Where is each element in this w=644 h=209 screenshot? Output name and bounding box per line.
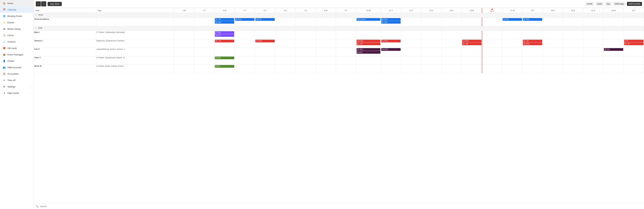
day-cell[interactable]	[583, 65, 604, 73]
event-chip[interactable]: 10∷Einz	[356, 48, 380, 51]
event-chip[interactable]: 2p Timc	[235, 18, 254, 21]
day-cell[interactable]	[174, 18, 194, 26]
day-cell[interactable]	[255, 65, 275, 73]
sidebar-item-staff-accounts[interactable]: 👥 Staff Accounts	[0, 64, 34, 70]
day-cell[interactable]	[401, 56, 421, 65]
event-chip[interactable]: 12p Mi	[215, 56, 234, 59]
day-cell[interactable]	[482, 56, 502, 65]
day-cell[interactable]	[295, 39, 316, 48]
day-cell[interactable]	[624, 65, 644, 73]
day-cell[interactable]: 9a - Sa	[214, 39, 235, 48]
event-chip[interactable]: 11:Time	[523, 42, 542, 45]
day-cell[interactable]	[604, 39, 624, 48]
event-chip[interactable]: 2p Timc	[381, 18, 401, 21]
day-cell[interactable]	[174, 31, 194, 39]
event-chip[interactable]: 12a camp 2	[356, 18, 380, 21]
day-cell[interactable]	[295, 65, 316, 73]
day-cell[interactable]	[604, 56, 624, 65]
day-cell[interactable]	[624, 31, 644, 39]
event-chip[interactable]: 9:30 S	[215, 65, 234, 68]
day-cell[interactable]	[194, 31, 214, 39]
day-cell[interactable]	[502, 39, 522, 48]
day-cell[interactable]	[401, 65, 421, 73]
day-cell[interactable]	[316, 31, 336, 39]
day-cell[interactable]: 10∷Einz2p Einz	[356, 48, 381, 56]
event-chip[interactable]: 11:Time	[255, 40, 275, 42]
event-chip[interactable]: 2p Einz	[356, 51, 380, 54]
event-chip[interactable]: 1p - Wi	[356, 42, 380, 45]
day-cell[interactable]	[174, 56, 194, 65]
sidebar-item-event-packages[interactable]: 📦 Event Packages	[0, 51, 34, 58]
sidebar-item-help-center[interactable]: ℹ Help Center ›	[0, 90, 34, 96]
day-cell[interactable]	[482, 65, 502, 73]
day-cell[interactable]	[442, 18, 462, 26]
day-cell[interactable]	[194, 18, 214, 26]
day-cell[interactable]	[583, 56, 604, 65]
day-cell[interactable]	[502, 48, 522, 56]
day-cell[interactable]: 11:Time1p - Wi	[356, 39, 381, 48]
day-cell[interactable]: 2p Timc	[235, 18, 255, 26]
event-chip[interactable]: 11:Ti	[624, 40, 644, 42]
day-cell[interactable]	[462, 56, 482, 65]
sidebar-item-forms[interactable]: 📋 Forms	[0, 32, 34, 38]
day-cell[interactable]: 2p 2-ei	[604, 48, 624, 56]
day-cell[interactable]	[194, 65, 214, 73]
day-cell[interactable]	[356, 65, 381, 73]
day-cell[interactable]	[583, 48, 604, 56]
sidebar-item-settings[interactable]: ⚙ Settings ›	[0, 84, 34, 90]
day-cell[interactable]	[336, 39, 356, 48]
day-cell[interactable]	[421, 18, 442, 26]
event-chip[interactable]: 11:3 Ti	[215, 34, 234, 37]
day-cell[interactable]	[604, 65, 624, 73]
sidebar-item-clients[interactable]: 👤 Clients	[0, 58, 34, 64]
day-cell[interactable]	[275, 65, 296, 73]
day-cell[interactable]	[482, 48, 502, 56]
day-cell[interactable]	[295, 48, 316, 56]
event-chip[interactable]: 2p 2-ei	[604, 48, 623, 51]
day-cell[interactable]	[502, 56, 522, 65]
day-cell[interactable]: 12p Mi	[214, 56, 235, 65]
day-cell[interactable]	[235, 48, 255, 56]
day-cell[interactable]	[235, 31, 255, 39]
view-btn-week[interactable]: week	[596, 2, 604, 6]
day-cell[interactable]	[442, 48, 462, 56]
day-cell[interactable]	[563, 65, 583, 73]
day-cell[interactable]	[624, 18, 644, 26]
day-cell[interactable]	[563, 39, 583, 48]
day-cell[interactable]	[442, 65, 462, 73]
sidebar-item-media-library[interactable]: 🏛 Media Library	[0, 26, 34, 32]
day-cell[interactable]	[295, 31, 316, 39]
day-cell[interactable]	[421, 39, 442, 48]
day-cell[interactable]	[543, 39, 563, 48]
event-chip[interactable]: 2p Timc	[381, 21, 401, 24]
day-cell[interactable]	[295, 18, 316, 26]
day-cell[interactable]	[482, 18, 502, 26]
day-cell[interactable]	[543, 56, 563, 65]
day-cell[interactable]	[502, 31, 522, 39]
day-cell[interactable]	[462, 18, 482, 26]
day-cell[interactable]	[194, 48, 214, 56]
event-chip[interactable]: 12p Tin	[255, 18, 275, 21]
day-cell[interactable]: 12a camp 2	[356, 18, 381, 26]
day-cell[interactable]	[442, 31, 462, 39]
sidebar-item-home[interactable]: 🏠 Home	[0, 0, 34, 6]
day-cell[interactable]	[604, 18, 624, 26]
day-cell[interactable]	[316, 65, 336, 73]
search-input[interactable]	[40, 205, 642, 208]
view-btn-staff-month[interactable]: Staff (month)	[627, 2, 642, 6]
day-cell[interactable]	[604, 31, 624, 39]
day-cell[interactable]	[543, 31, 563, 39]
day-cell[interactable]	[275, 18, 296, 26]
event-chip[interactable]: 2p Timc	[215, 21, 234, 24]
next-button[interactable]: ›	[41, 1, 46, 6]
day-cell[interactable]	[563, 56, 583, 65]
day-cell[interactable]	[583, 39, 604, 48]
day-cell[interactable]	[442, 39, 462, 48]
day-cell[interactable]	[235, 39, 255, 48]
day-cell[interactable]	[316, 56, 336, 65]
day-cell[interactable]	[401, 48, 421, 56]
day-cell[interactable]	[401, 39, 421, 48]
event-chip[interactable]: 11:Time	[381, 40, 401, 42]
day-cell[interactable]	[381, 56, 401, 65]
event-chip[interactable]: 8∷Timc	[215, 31, 234, 34]
